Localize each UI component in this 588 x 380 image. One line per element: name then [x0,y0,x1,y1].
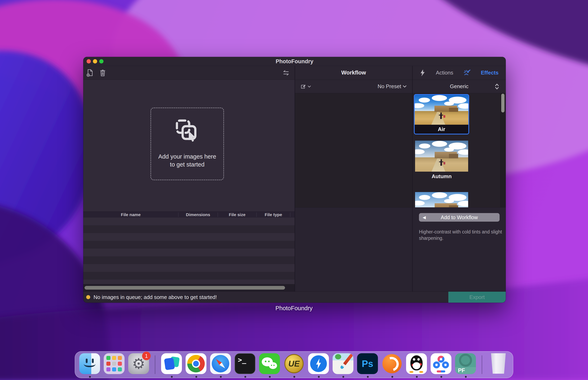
dock-item-terminal[interactable]: >_ [235,353,255,376]
vertical-scrollbar-thumb[interactable] [501,94,505,113]
category-value: Generic [450,83,468,90]
dock-item-chrome[interactable] [186,353,206,376]
dock-item-ultraedit[interactable]: UE [284,353,304,376]
table-row [83,233,294,241]
table-row [83,272,294,280]
dock-item-launchpad[interactable] [104,353,125,376]
effect-card-autumn[interactable]: Autumn [415,141,468,180]
status-message: No images in queue; add some above to ge… [94,294,217,300]
paintbrush-app-icon[interactable] [333,353,353,374]
photofoundry-window: PhotoFoundry [83,57,506,303]
column-file-size[interactable]: File size [218,212,256,217]
chrome-icon[interactable] [186,353,206,374]
running-indicator [342,376,344,378]
dock-item-lightning-app[interactable] [308,353,329,376]
effect-card-air[interactable]: Air [414,94,469,134]
category-select[interactable]: Generic [413,80,506,93]
finder-icon[interactable] [79,353,100,374]
trash-icon[interactable] [99,69,107,77]
running-indicator [244,376,246,378]
dock-item-trash[interactable] [488,353,509,376]
dock-item-safari[interactable] [210,353,231,376]
workflow-canvas[interactable] [295,93,412,207]
dock-item-baidu-netdisk[interactable] [431,353,451,376]
effect-label: Air [415,125,468,134]
horizontal-scrollbar[interactable] [83,284,294,291]
dock-separator [482,355,482,374]
transfer-icon[interactable] [282,69,290,77]
table-row [83,280,294,284]
dock-item-finder[interactable] [79,353,100,376]
tab-effects[interactable]: Effects [481,70,499,76]
lightning-app-icon[interactable] [308,353,329,374]
trash-can-icon[interactable] [488,353,509,374]
dock-item-settings[interactable]: ⚙ 1 [128,353,149,376]
edit-preset-button[interactable] [301,84,311,89]
running-indicator [294,376,295,378]
preset-row: No Preset [295,80,412,93]
tab-actions[interactable]: Actions [436,70,453,76]
effect-card-partial[interactable] [415,192,468,207]
running-indicator [440,376,442,378]
dock-item-photoshop[interactable]: Ps [357,353,378,376]
add-to-workflow-button[interactable]: ◀ Add to Workflow [419,213,500,222]
preset-dropdown[interactable]: No Preset [377,83,407,90]
running-indicator [220,376,222,378]
running-indicator [367,376,369,378]
running-indicator [465,376,467,378]
status-bar: No images in queue; add some above to ge… [83,291,506,303]
bolt-icon [420,69,426,76]
running-indicator [89,376,91,378]
window-body: Add your images here to get started File… [83,66,506,291]
preset-label: No Preset [377,83,401,90]
photoshop-icon[interactable]: Ps [357,353,378,374]
table-row [83,241,294,248]
dropzone[interactable]: Add your images here to get started [151,108,224,180]
image-drop-area[interactable]: Add your images here to get started [83,80,294,211]
add-file-icon[interactable] [86,69,94,77]
frames-app-icon[interactable] [161,353,182,374]
terminal-icon[interactable]: >_ [235,353,255,374]
column-file-name[interactable]: File name [83,212,178,217]
dock-item-frames-app[interactable] [161,353,182,376]
vertical-scrollbar[interactable] [500,93,506,207]
workflow-panel: Workflow No Preset [294,66,412,291]
running-indicator [416,376,418,378]
images-toolbar [83,66,294,80]
orange-sphere-app-icon[interactable] [382,353,402,374]
dock-item-wechat[interactable] [259,353,280,376]
effects-panel: Actions Effects Generic [412,66,506,291]
column-dimensions[interactable]: Dimensions [178,212,218,217]
dock-item-photofoundry[interactable]: PF [455,353,476,376]
launchpad-icon[interactable] [104,353,125,374]
running-indicator [269,376,271,378]
baidu-netdisk-icon[interactable] [431,353,451,374]
photofoundry-dock-icon[interactable]: PF [455,353,476,374]
column-divider [290,212,290,217]
table-row [83,264,294,272]
dock-item-paint-app[interactable] [333,353,353,376]
running-indicator [392,376,393,378]
ultraedit-icon[interactable]: UE [284,353,304,374]
effect-thumbnail [415,192,468,207]
dock-item-qq[interactable] [406,353,427,376]
select-images-icon [175,119,199,144]
effect-description: Higher-contrast with cold tints and slig… [419,229,503,241]
titlebar[interactable]: PhotoFoundry [83,57,506,66]
popup-arrows-icon [495,83,499,90]
dock-item-orange-sphere[interactable] [382,353,402,376]
safari-icon[interactable] [210,353,231,374]
images-panel: Add your images here to get started File… [83,66,294,291]
export-button[interactable]: Export [448,292,506,303]
table-row [83,256,294,264]
dock-separator [155,355,155,374]
wechat-icon[interactable] [259,353,280,374]
desktop: PhotoFoundry [0,0,588,380]
qq-icon[interactable] [406,353,427,374]
workflow-lower-area [295,207,412,291]
settings-gear-icon[interactable]: ⚙ 1 [128,353,149,374]
dropzone-text: Add your images here to get started [158,153,216,169]
add-to-workflow-label: Add to Workflow [441,214,478,220]
column-file-type[interactable]: File type [257,212,290,217]
horizontal-scrollbar-thumb[interactable] [84,286,285,290]
